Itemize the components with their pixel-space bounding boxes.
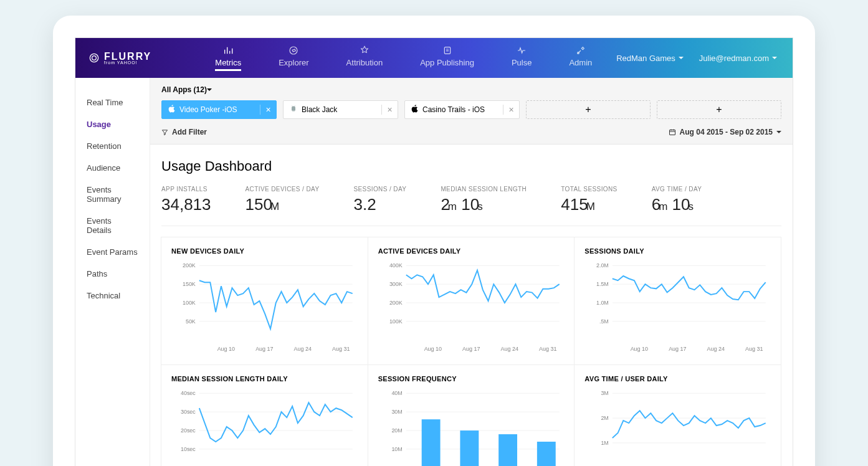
nav-tab-metrics[interactable]: Metrics: [215, 45, 241, 71]
nav-tab-attribution[interactable]: Attribution: [346, 45, 383, 71]
svg-text:.5M: .5M: [599, 318, 609, 325]
chart-card: SESSIONS DAILY.5M1.0M1.5M2.0MAug 10Aug 1…: [574, 237, 781, 365]
stat-label: MEDIAN SESSION LENGTH: [441, 186, 527, 193]
sidebar-item-retention[interactable]: Retention: [75, 135, 150, 157]
stat-value: 150M: [246, 195, 320, 214]
chart-card: AVG TIME / USER DAILY1M2M3MAug 10Aug 17A…: [574, 364, 781, 466]
body: Real TimeUsageRetentionAudienceEvents Su…: [75, 78, 793, 466]
stat-label: TOTAL SESSIONS: [561, 186, 617, 193]
main: All Apps (12) Video Poker -iOS×Black Jac…: [150, 78, 793, 466]
sidebar-item-usage[interactable]: Usage: [75, 113, 150, 135]
stat-value: 415M: [561, 195, 617, 214]
app-chips: Video Poker -iOS×Black Jack×Casino Trail…: [161, 100, 781, 119]
side-nav: Real TimeUsageRetentionAudienceEvents Su…: [75, 78, 150, 466]
svg-point-1: [92, 56, 97, 60]
sidebar-item-audience[interactable]: Audience: [75, 157, 150, 179]
svg-text:10M: 10M: [391, 446, 402, 452]
svg-text:150K: 150K: [183, 281, 196, 287]
all-apps-selector[interactable]: All Apps (12): [161, 85, 781, 94]
chart-title: ACTIVE DEVICES DAILY: [378, 247, 565, 255]
calendar-icon: [669, 128, 676, 136]
top-nav: MetricsExplorerAttributionApp Publishing…: [215, 45, 616, 71]
svg-text:1M: 1M: [601, 440, 609, 446]
nav-tab-pulse[interactable]: Pulse: [512, 45, 532, 71]
nav-tab-label: Explorer: [279, 58, 308, 67]
chart-card: MEDIAN SESSION LENGTH DAILY10sec20sec30s…: [161, 364, 368, 466]
svg-text:1.0M: 1.0M: [596, 300, 609, 306]
top-header: FLURRY from YAHOO! MetricsExplorerAttrib…: [75, 38, 793, 78]
chart-title: MEDIAN SESSION LENGTH DAILY: [171, 375, 358, 383]
chart-title: AVG TIME / USER DAILY: [584, 375, 771, 383]
svg-text:20sec: 20sec: [181, 427, 196, 434]
stat-block: MEDIAN SESSION LENGTH2m 10s: [441, 186, 527, 214]
dashboard: Usage Dashboard APP INSTALLS34,813ACTIVE…: [150, 145, 793, 466]
svg-text:Aug 17: Aug 17: [255, 346, 273, 352]
screen: FLURRY from YAHOO! MetricsExplorerAttrib…: [75, 37, 793, 466]
app-chip[interactable]: Casino Trails - iOS×: [404, 100, 520, 119]
apple-icon: [168, 105, 175, 115]
svg-rect-62: [421, 419, 440, 466]
app-chip-label: Video Poker -iOS: [179, 105, 237, 114]
app-chip[interactable]: Black Jack×: [283, 100, 398, 119]
sidebar-item-technical[interactable]: Technical: [75, 285, 150, 307]
nav-tab-admin[interactable]: Admin: [569, 45, 592, 71]
company-selector[interactable]: RedMan Games: [616, 54, 684, 63]
stat-value: 6m 10s: [652, 195, 702, 214]
chip-close-button[interactable]: ×: [260, 105, 276, 115]
chart-title: SESSIONS DAILY: [584, 247, 771, 255]
svg-text:10sec: 10sec: [181, 446, 196, 452]
metrics-icon: [223, 45, 233, 55]
explorer-icon: [289, 45, 298, 55]
chip-close-button[interactable]: ×: [503, 105, 519, 115]
svg-text:30M: 30M: [391, 409, 402, 415]
brand-logo[interactable]: FLURRY from YAHOO!: [75, 51, 165, 65]
pulse-icon: [517, 45, 527, 55]
add-filter-button[interactable]: Add Filter: [161, 128, 207, 136]
user-email-selector[interactable]: Julie@redman.com: [699, 54, 777, 63]
plus-icon: +: [585, 104, 591, 115]
svg-text:Aug 24: Aug 24: [707, 346, 725, 352]
svg-text:Aug 31: Aug 31: [745, 346, 763, 352]
date-range-picker[interactable]: Aug 04 2015 - Sep 02 2015: [669, 128, 781, 136]
stat-value: 2m 10s: [441, 195, 527, 214]
svg-text:20M: 20M: [391, 427, 402, 434]
svg-text:Aug 31: Aug 31: [332, 346, 350, 352]
add-app-chip[interactable]: +: [526, 100, 651, 119]
svg-text:200K: 200K: [183, 262, 196, 269]
sidebar-item-paths[interactable]: Paths: [75, 263, 150, 285]
svg-text:Aug 24: Aug 24: [294, 346, 312, 352]
svg-text:Aug 10: Aug 10: [631, 346, 648, 352]
nav-tab-app-publishing[interactable]: App Publishing: [420, 45, 474, 71]
app-chip-label: Casino Trails - iOS: [422, 105, 485, 114]
svg-rect-64: [498, 434, 517, 466]
svg-point-2: [290, 47, 297, 54]
svg-text:100K: 100K: [389, 318, 403, 325]
chart-card: NEW DEVICES DAILY50K100K150K200KAug 10Au…: [161, 237, 368, 365]
app-chip[interactable]: Video Poker -iOS×: [161, 100, 277, 119]
stat-label: SESSIONS / DAY: [353, 186, 406, 193]
stat-label: ACTIVE DEVICES / DAY: [246, 186, 320, 193]
stat-block: ACTIVE DEVICES / DAY150M: [246, 186, 320, 214]
sidebar-item-event-params[interactable]: Event Params: [75, 241, 150, 263]
date-range-label: Aug 04 2015 - Sep 02 2015: [680, 128, 773, 136]
svg-text:40M: 40M: [391, 390, 402, 396]
stat-value: 34,813: [161, 195, 211, 214]
svg-text:300K: 300K: [389, 281, 403, 287]
svg-text:Aug 10: Aug 10: [217, 346, 235, 352]
chip-close-button[interactable]: ×: [381, 105, 398, 115]
svg-rect-3: [444, 47, 450, 54]
sidebar-item-events-summary[interactable]: Events Summary: [75, 179, 150, 210]
plus-icon: +: [716, 104, 722, 115]
android-icon: [290, 105, 297, 115]
app-chip-label: Black Jack: [302, 105, 337, 114]
nav-tab-label: Attribution: [346, 58, 383, 67]
svg-text:Aug 24: Aug 24: [500, 346, 518, 352]
nav-tab-label: Metrics: [215, 58, 241, 67]
svg-text:3M: 3M: [601, 390, 609, 396]
nav-tab-explorer[interactable]: Explorer: [279, 45, 308, 71]
svg-rect-63: [460, 430, 479, 466]
sidebar-item-real-time[interactable]: Real Time: [75, 92, 150, 113]
add-app-chip[interactable]: +: [657, 100, 781, 119]
sidebar-item-events-details[interactable]: Events Details: [75, 210, 150, 241]
stat-label: AVG TIME / DAY: [652, 186, 702, 193]
